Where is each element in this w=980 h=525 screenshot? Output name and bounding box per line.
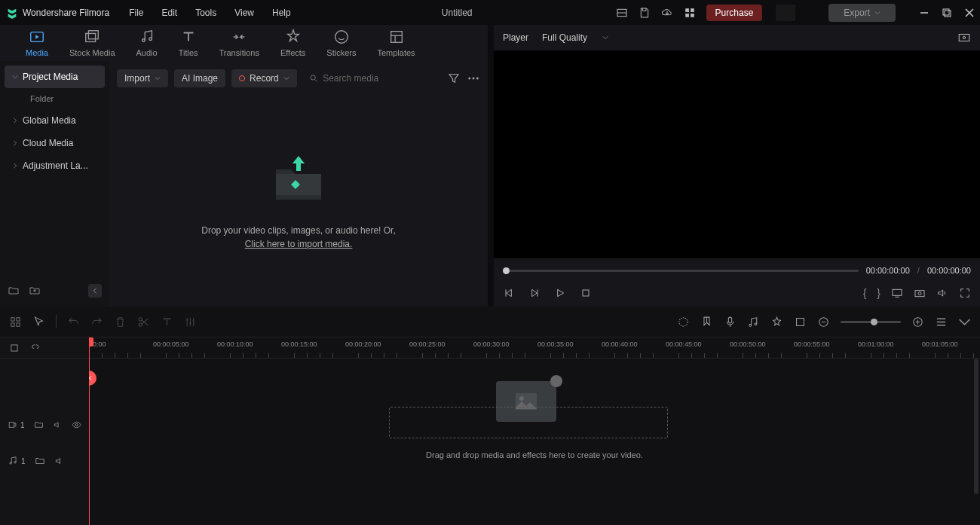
new-folder-icon[interactable] (8, 285, 20, 297)
fullscreen-icon[interactable] (959, 287, 971, 299)
titlebar-icons: Purchase Export (616, 4, 974, 22)
more-icon[interactable] (467, 72, 480, 85)
playhead-handle[interactable] (89, 337, 93, 346)
svg-rect-7 (943, 9, 949, 15)
track-options-icon[interactable] (958, 316, 971, 328)
tab-titles[interactable]: Titles (168, 29, 209, 57)
menu-file[interactable]: File (121, 5, 151, 21)
voiceover-icon[interactable] (724, 316, 737, 328)
crop-icon[interactable] (794, 316, 807, 328)
export-label: Export (844, 8, 870, 18)
zoom-slider[interactable] (841, 321, 901, 323)
magnet-icon[interactable] (30, 343, 41, 353)
select-tool-icon[interactable] (32, 316, 45, 328)
tab-media[interactable]: Media (15, 29, 59, 57)
minimize-button[interactable] (920, 8, 929, 17)
marker-icon[interactable] (700, 316, 713, 328)
player-controls: 00:00:00:00 / 00:00:00:00 { } (494, 258, 980, 307)
menu-edit[interactable]: Edit (155, 5, 185, 21)
playhead-bubble[interactable] (89, 371, 96, 386)
audio-mixer-icon[interactable] (747, 316, 760, 328)
ruler-minor (884, 353, 884, 358)
tab-audio[interactable]: Audio (126, 29, 168, 57)
prev-frame-icon[interactable] (503, 287, 515, 299)
lock-icon[interactable] (35, 456, 45, 466)
sidebar-folder[interactable]: Folder (5, 88, 105, 109)
mute-icon[interactable] (53, 420, 63, 430)
source-tabs: Media Stock Media Audio Titles Transitio… (0, 25, 488, 61)
video-track-header[interactable]: 1 (0, 411, 89, 438)
mark-out-button[interactable]: } (877, 287, 880, 299)
maximize-button[interactable] (942, 8, 951, 17)
menu-view[interactable]: View (227, 5, 262, 21)
tab-stickers[interactable]: Stickers (316, 29, 366, 57)
effects-icon (285, 29, 302, 45)
import-link[interactable]: Click here to import media. (245, 239, 353, 249)
track-view-icon[interactable] (935, 316, 948, 328)
ruler-minor (627, 353, 628, 358)
app-logo-icon (6, 7, 18, 19)
account-placeholder[interactable] (776, 5, 795, 21)
tab-templates[interactable]: Templates (366, 29, 425, 57)
audio-icon (139, 29, 155, 45)
mark-in-button[interactable]: { (863, 287, 867, 299)
tab-stock-media[interactable]: Stock Media (59, 29, 126, 57)
close-button[interactable] (965, 8, 974, 17)
export-button[interactable]: Export (828, 4, 896, 22)
quality-select[interactable]: Full Quality (542, 32, 608, 43)
delete-icon[interactable] (114, 316, 127, 328)
lock-icon[interactable] (34, 420, 44, 430)
auto-ripple-icon[interactable] (770, 316, 783, 328)
sidebar-global-media[interactable]: Global Media (5, 109, 105, 132)
collapse-sidebar-button[interactable] (88, 284, 102, 298)
timeline-drop-zone[interactable] (389, 407, 668, 438)
playhead[interactable] (89, 337, 90, 525)
time-ruler[interactable]: 00:0000:00:05:0000:00:10:0000:00:15:0000… (89, 337, 980, 359)
search-input[interactable] (323, 73, 435, 84)
text-icon[interactable] (161, 316, 173, 328)
play-icon[interactable] (554, 287, 566, 299)
record-button[interactable]: Record (231, 69, 297, 87)
seek-thumb[interactable] (503, 267, 510, 274)
snapshot-icon[interactable] (914, 287, 926, 299)
visibility-icon[interactable] (72, 420, 81, 430)
render-icon[interactable] (677, 316, 690, 328)
stop-icon[interactable] (580, 287, 592, 299)
sidebar-project-media[interactable]: Project Media (5, 66, 105, 88)
zoom-out-icon[interactable] (817, 316, 830, 328)
volume-icon[interactable] (936, 287, 948, 299)
tab-transitions[interactable]: Transitions (209, 29, 270, 57)
cloud-icon[interactable] (661, 7, 673, 19)
tab-effects[interactable]: Effects (270, 29, 316, 57)
media-drop-area[interactable]: Drop your video clips, images, or audio … (109, 91, 488, 307)
import-button[interactable]: Import (117, 69, 168, 87)
apps-icon[interactable] (684, 7, 696, 19)
snapshot-corner-icon[interactable] (957, 31, 971, 44)
redo-icon[interactable] (90, 316, 103, 328)
timeline-tracks[interactable]: 00:0000:00:05:0000:00:10:0000:00:15:0000… (89, 337, 980, 525)
audio-track-header[interactable]: 1 (0, 447, 89, 475)
purchase-button[interactable]: Purchase (706, 5, 763, 21)
sidebar-cloud-media[interactable]: Cloud Media (5, 132, 105, 154)
undo-icon[interactable] (67, 316, 80, 328)
seek-bar[interactable] (503, 270, 859, 272)
link-toggle-icon[interactable] (9, 343, 20, 353)
grid-icon[interactable] (9, 316, 22, 328)
split-icon[interactable] (137, 316, 150, 328)
zoom-in-icon[interactable] (911, 316, 924, 328)
layout-icon[interactable] (616, 7, 628, 19)
menu-help[interactable]: Help (265, 5, 299, 21)
ai-image-button[interactable]: AI Image (174, 69, 225, 87)
save-icon[interactable] (639, 7, 651, 19)
mute-icon[interactable] (54, 456, 65, 466)
menu-tools[interactable]: Tools (188, 5, 224, 21)
timeline-scrollbar[interactable] (974, 359, 978, 494)
new-bin-icon[interactable] (29, 285, 41, 297)
filter-icon[interactable] (447, 72, 461, 85)
adjust-icon[interactable] (184, 316, 197, 328)
display-icon[interactable] (891, 287, 903, 299)
next-frame-icon[interactable] (528, 287, 541, 299)
sidebar-adjustment-layers[interactable]: Adjustment La... (5, 154, 105, 177)
ruler-minor (819, 353, 820, 358)
zoom-thumb[interactable] (871, 319, 877, 325)
